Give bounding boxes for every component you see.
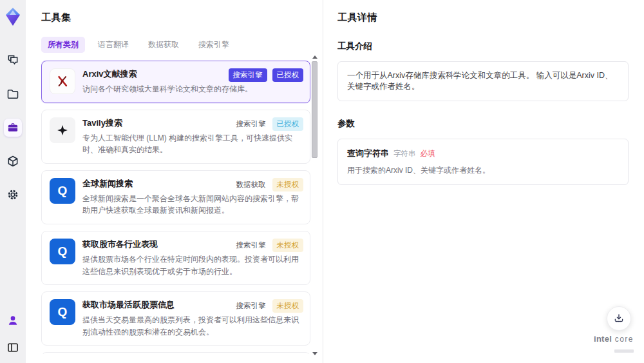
- category-badge: 数据获取: [235, 178, 267, 191]
- parameter-required-badge: 必填: [421, 149, 435, 159]
- tool-description: 专为人工智能代理 (LLM) 构建的搜索引擎工具，可快速提供实时、准确和真实的结…: [82, 132, 302, 156]
- parameter-name: 查询字符串: [347, 148, 389, 159]
- auth-status-badge: 未授权: [272, 239, 304, 252]
- category-badge: 搜索引擎: [235, 299, 267, 313]
- tool-list: Arxiv文献搜索访问各个研究领域大量科学论文和文章的存储库。搜索引擎已授权Ta…: [41, 61, 310, 354]
- auth-status-badge: 已授权: [272, 68, 304, 82]
- category-badge: 搜索引擎: [229, 68, 267, 82]
- news-search-icon: Q: [50, 178, 75, 204]
- category-tabs: 所有类别语言翻译数据获取搜索引擎: [41, 37, 323, 53]
- tool-card[interactable]: Tavily搜索专为人工智能代理 (LLM) 构建的搜索引擎工具，可快速提供实时…: [41, 110, 310, 164]
- params-heading: 参数: [337, 118, 629, 130]
- folder-icon[interactable]: [4, 85, 22, 103]
- intel-logo-text: intel: [594, 334, 612, 344]
- tools-panel: 工具集 所有类别语言翻译数据获取搜索引擎 Arxiv文献搜索访问各个研究领域大量…: [26, 0, 323, 363]
- user-icon[interactable]: [4, 311, 22, 329]
- auth-status-badge: 已授权: [272, 117, 304, 131]
- tool-card[interactable]: Arxiv文献搜索访问各个研究领域大量科学论文和文章的存储库。搜索引擎已授权: [41, 61, 310, 103]
- list-scrollbar[interactable]: [312, 55, 318, 355]
- package-icon[interactable]: [4, 152, 22, 170]
- parameter-card: 查询字符串 字符串 必填 用于搜索的Arxiv ID、关键字或作者姓名。: [337, 139, 629, 185]
- category-badge: 搜索引擎: [235, 117, 267, 131]
- tool-card[interactable]: 万维地区新闻查询查询具体行政区划内的新闻，快速了解各地新闻动搜索引擎未授权: [41, 352, 310, 354]
- intro-heading: 工具介绍: [337, 41, 629, 52]
- tab-语言翻译[interactable]: 语言翻译: [91, 37, 135, 53]
- news-search-icon: Q: [50, 239, 75, 264]
- tab-所有类别[interactable]: 所有类别: [41, 37, 85, 53]
- scroll-up-arrow-icon[interactable]: [312, 55, 317, 59]
- tavily-star-icon: [50, 117, 75, 143]
- scrollbar-thumb[interactable]: [312, 61, 317, 158]
- main-content: 工具集 所有类别语言翻译数据获取搜索引擎 Arxiv文献搜索访问各个研究领域大量…: [26, 0, 644, 363]
- core-logo-text: core: [615, 335, 634, 344]
- tool-intro-box: 一个用于从Arxiv存储库搜索科学论文和文章的工具。 输入可以是Arxiv ID…: [337, 61, 629, 101]
- tools-panel-title: 工具集: [41, 12, 323, 24]
- download-icon: [613, 313, 625, 324]
- intel-core-logo: intel core: [594, 333, 634, 355]
- settings-gear-icon[interactable]: [4, 186, 22, 204]
- download-button[interactable]: [607, 306, 631, 331]
- arxiv-icon: [50, 68, 75, 94]
- parameter-description: 用于搜索的Arxiv ID、关键字或作者姓名。: [347, 165, 619, 176]
- parameter-type: 字符串: [393, 149, 416, 159]
- app-logo-icon[interactable]: [3, 5, 23, 28]
- tool-description: 提供股票市场各个行业在特定时间段内的表现。投资者可以利用这些信息来识别表现优于或…: [82, 253, 302, 277]
- news-search-icon: Q: [50, 299, 75, 325]
- auth-status-badge: 未授权: [272, 178, 304, 191]
- tab-数据获取[interactable]: 数据获取: [142, 37, 185, 53]
- details-panel: 工具详情 工具介绍 一个用于从Arxiv存储库搜索科学论文和文章的工具。 输入可…: [323, 0, 644, 363]
- app-rail: [0, 0, 26, 363]
- auth-status-badge: 未授权: [272, 299, 304, 313]
- tool-card[interactable]: Q获取股市各行业表现提供股票市场各个行业在特定时间段内的表现。投资者可以利用这些…: [41, 231, 310, 285]
- tool-card[interactable]: Q获取市场最活跃股票信息提供当天交易量最高的股票列表，投资者可以利用这些信息来识…: [41, 291, 310, 346]
- tool-description: 提供当天交易量最高的股票列表，投资者可以利用这些信息来识别流动性强的股票和潜在的…: [82, 314, 302, 338]
- chat-icon[interactable]: [4, 52, 22, 70]
- intel-logo-bar: [614, 349, 634, 353]
- tab-搜索引擎[interactable]: 搜索引擎: [192, 37, 236, 53]
- panel-toggle-icon[interactable]: [4, 338, 22, 357]
- scroll-down-arrow-icon[interactable]: [312, 352, 317, 355]
- briefcase-icon[interactable]: [4, 119, 22, 137]
- details-panel-title: 工具详情: [337, 12, 629, 24]
- tool-description: 访问各个研究领域大量科学论文和文章的存储库。: [82, 83, 302, 95]
- tool-card[interactable]: Q全球新闻搜索全球新闻搜索是一个聚合全球各大新闻网站内容的搜索引擎，帮助用户快速…: [41, 170, 310, 224]
- category-badge: 搜索引擎: [235, 239, 267, 252]
- tool-description: 全球新闻搜索是一个聚合全球各大新闻网站内容的搜索引擎，帮助用户快速获取全球最新资…: [82, 193, 302, 217]
